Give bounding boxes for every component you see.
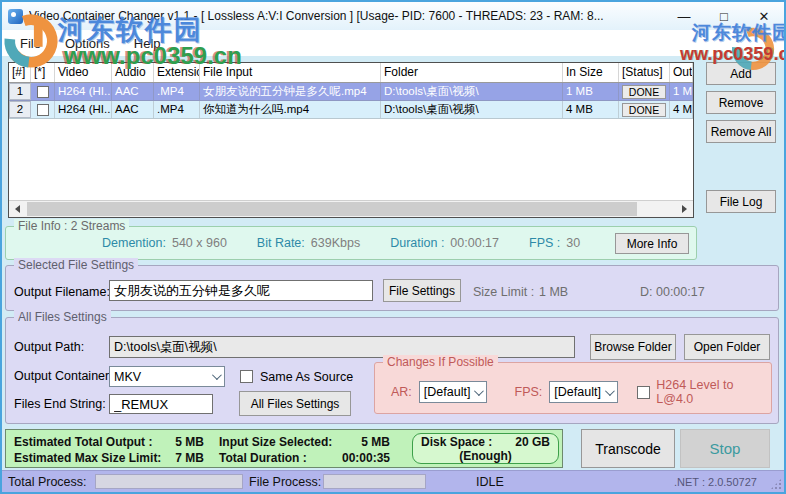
column-header-folder[interactable]: Folder — [381, 63, 563, 82]
same-as-source-label: Same As Source — [260, 370, 353, 384]
status-done-button[interactable]: DONE — [622, 85, 666, 99]
file-settings-button[interactable]: File Settings — [383, 279, 461, 302]
h264-level-label: H264 Level to L@4.0 — [656, 378, 771, 406]
cell-extension: .MP4 — [154, 101, 200, 118]
cell-file-input: 你知道为什么吗.mp4 — [200, 101, 381, 118]
input-size-label: Input Size Selected: — [219, 435, 332, 449]
column-header-out-size[interactable]: Out Size — [670, 63, 693, 82]
menu-options[interactable]: Options — [53, 32, 122, 55]
size-limit-value: 1 MB — [539, 285, 568, 299]
ar-value: [Default] — [424, 385, 471, 399]
output-filename-label: Output Filename: — [14, 285, 110, 299]
column-header-extension[interactable]: Extension — [154, 63, 200, 82]
open-folder-button[interactable]: Open Folder — [684, 334, 770, 360]
cell-out-size: 4 MB — [670, 101, 693, 118]
file-info-content: Demention: 540 x 960 Bit Rate: 639Kbps D… — [102, 236, 580, 250]
horizontal-scrollbar[interactable] — [9, 200, 693, 217]
output-container-select[interactable]: MKV — [109, 366, 225, 387]
fps-select-value: [Default] — [554, 385, 601, 399]
file-log-button[interactable]: File Log — [706, 190, 776, 213]
selected-file-settings-group: Selected File Settings Output Filename: … — [5, 265, 779, 311]
fps-select[interactable]: [Default] — [549, 381, 617, 403]
scrollbar-thumb[interactable] — [27, 202, 637, 216]
row-checkbox-cell — [31, 101, 55, 118]
table-row[interactable]: 1 H264 (HI... AAC .MP4 女朋友说的五分钟是多久呢.mp4 … — [9, 83, 693, 101]
row-checkbox-cell — [31, 83, 55, 100]
add-button[interactable]: Add — [706, 62, 776, 85]
total-progress-bar — [95, 474, 243, 489]
all-files-settings-group: All Files Settings Output Path: Browse F… — [5, 317, 779, 424]
output-path-label: Output Path: — [14, 340, 84, 354]
file-progress-bar — [323, 474, 426, 489]
minimize-icon[interactable]: — — [664, 2, 704, 30]
column-header-audio[interactable]: Audio — [112, 63, 154, 82]
output-container-label: Output Container: — [14, 369, 113, 383]
output-path-input[interactable] — [109, 336, 575, 358]
file-process-label: File Process: — [249, 475, 321, 489]
menu-file[interactable]: File — [8, 32, 53, 55]
ar-select[interactable]: [Default] — [419, 381, 487, 403]
maximize-icon[interactable]: □ — [704, 2, 744, 30]
scroll-left-icon[interactable] — [9, 201, 26, 217]
cell-out-size: 1 MB — [670, 83, 693, 100]
menu-help[interactable]: Help — [122, 32, 173, 55]
status-bar: Total Process: File Process: IDLE .NET :… — [2, 470, 784, 492]
files-end-string-input[interactable] — [109, 394, 213, 414]
same-as-source-checkbox[interactable] — [240, 370, 253, 383]
cell-audio: AAC — [112, 83, 154, 100]
cell-in-size: 1 MB — [563, 83, 619, 100]
duration-value: 00:00:17 — [450, 236, 499, 250]
close-icon[interactable]: ✕ — [744, 2, 784, 30]
row-select-checkbox[interactable] — [37, 104, 49, 116]
dotnet-version: .NET : 2.0.50727 — [674, 476, 757, 488]
row-number: 2 — [9, 101, 31, 118]
files-end-string-label: Files End String: — [14, 397, 106, 411]
resize-grip-icon[interactable] — [770, 478, 782, 490]
menu-bar: File Options Help — [2, 30, 784, 56]
cell-video: H264 (HI... — [55, 101, 112, 118]
column-header-num[interactable]: [#] — [9, 63, 31, 82]
est-total-output-value: 5 MB — [156, 435, 204, 449]
remove-button[interactable]: Remove — [706, 91, 776, 114]
chevron-down-icon — [605, 386, 615, 396]
column-header-file-input[interactable]: File Input — [200, 63, 381, 82]
column-header-in-size[interactable]: In Size — [563, 63, 619, 82]
disk-space-value: 20 GB — [515, 435, 550, 449]
file-table-header: [#] [*] Video Audio Extension File Input… — [9, 63, 693, 83]
h264-level-checkbox[interactable] — [637, 386, 650, 399]
all-files-settings-button[interactable]: All Files Settings — [239, 391, 351, 416]
more-info-button[interactable]: More Info — [615, 233, 689, 254]
file-table: [#] [*] Video Audio Extension File Input… — [8, 62, 694, 218]
column-header-video[interactable]: Video — [55, 63, 112, 82]
window-controls: — □ ✕ — [664, 2, 784, 30]
table-row[interactable]: 2 H264 (HI... AAC .MP4 你知道为什么吗.mp4 D:\to… — [9, 101, 693, 119]
total-duration-value: 00:00:35 — [326, 451, 390, 465]
title-bar: Video Container Changer v1.1 - [ Lossles… — [2, 2, 784, 30]
est-total-output-label: Estimated Total Output : — [14, 435, 152, 449]
disk-space-label: Disk Space : — [421, 435, 492, 449]
column-header-status[interactable]: [Status] — [619, 63, 670, 82]
scroll-right-icon[interactable] — [676, 201, 693, 217]
ar-label: AR: — [391, 385, 412, 399]
row-select-checkbox[interactable] — [37, 86, 49, 98]
output-filename-input[interactable] — [109, 280, 373, 301]
fps-value: 30 — [566, 236, 580, 250]
stop-button[interactable]: Stop — [680, 429, 770, 468]
cell-folder: D:\tools\桌面\视频\ — [381, 83, 563, 100]
selected-file-settings-legend: Selected File Settings — [14, 258, 138, 272]
status-done-button[interactable]: DONE — [622, 103, 666, 117]
cell-folder: D:\tools\桌面\视频\ — [381, 101, 563, 118]
fps-label: FPS : — [529, 236, 560, 250]
duration-label: Duration : — [390, 236, 444, 250]
changes-if-possible-legend: Changes If Possible — [383, 355, 498, 369]
transcode-button[interactable]: Transcode — [581, 429, 675, 468]
total-process-label: Total Process: — [8, 475, 87, 489]
app-window: Video Container Changer v1.1 - [ Lossles… — [0, 0, 786, 494]
file-info-group: File Info : 2 Streams Demention: 540 x 9… — [5, 226, 697, 260]
chevron-down-icon — [474, 386, 484, 396]
browse-folder-button[interactable]: Browse Folder — [590, 334, 676, 360]
cell-file-input: 女朋友说的五分钟是多久呢.mp4 — [200, 83, 381, 100]
column-header-select[interactable]: [*] — [31, 63, 55, 82]
remove-all-button[interactable]: Remove All — [706, 120, 776, 143]
bitrate-label: Bit Rate: — [257, 236, 305, 250]
